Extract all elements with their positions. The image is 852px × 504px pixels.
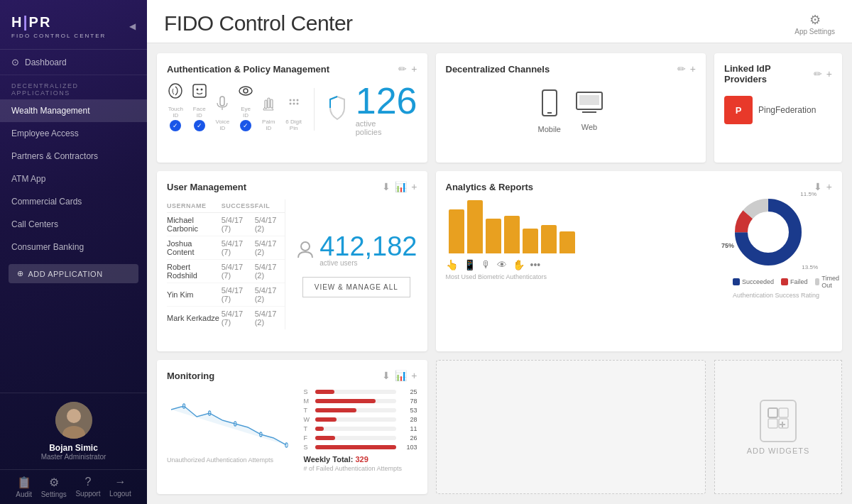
table-row: Michael Carbonic5/4/17 (7)5/4/17 (2): [167, 213, 285, 236]
svg-rect-39: [779, 419, 788, 428]
support-nav-item[interactable]: ?Support: [75, 476, 100, 498]
analytics-legend: Succeeded Failed Timed Out: [733, 275, 832, 289]
add-widgets-card-left[interactable]: [436, 360, 706, 494]
idp-provider: P PingFederation: [724, 92, 832, 128]
add-icon[interactable]: +: [411, 63, 417, 75]
user-mgmt-actions: ⬇ 📊 +: [382, 181, 417, 192]
audit-nav-item[interactable]: 📋Audit: [16, 476, 32, 498]
touch-id-icon: Touch ID ✓: [167, 82, 185, 131]
web-channel: Web: [575, 91, 604, 131]
mobile-channel: Mobile: [538, 89, 561, 133]
add-widgets-icon: [760, 400, 797, 442]
user-mgmt-header: User Management ⬇ 📊 +: [167, 181, 417, 192]
weekly-row: T 11: [304, 425, 417, 432]
sidebar-item-consumer-banking[interactable]: Consumer Banking: [0, 236, 147, 258]
svg-rect-11: [265, 100, 267, 109]
main-header: FIDO Control Center ⚙ App Settings: [147, 0, 852, 43]
monitoring-inner: Unauthorized Authentication Attempts S 2…: [167, 388, 417, 472]
idp-card: Linked IdP Providers ✏ + P PingFederatio…: [714, 53, 842, 163]
analytics-header: Analytics & Reports ⬇ +: [446, 181, 833, 192]
app-settings-button[interactable]: ⚙ App Settings: [794, 12, 835, 35]
logout-nav-item[interactable]: →Logout: [109, 476, 131, 498]
sidebar-user-section: Bojan Simic Master Administrator: [0, 393, 147, 469]
bar-chart: [446, 197, 722, 253]
channels-icons: Mobile Web: [446, 82, 697, 141]
sidebar-item-commercial-cards[interactable]: Commercial Cards: [0, 190, 147, 213]
ping-logo: P: [724, 96, 753, 124]
download-monitoring-icon[interactable]: ⬇: [382, 370, 390, 381]
svg-point-17: [289, 99, 291, 102]
table-row: Mark Kerkadze5/4/17 (7)5/4/17 (2): [167, 307, 285, 330]
user-table-section: USERNAME SUCCESS FAIL Michael Carbonic5/…: [167, 199, 285, 329]
voice-id-icon: Voice ID: [214, 94, 231, 131]
add-analytics-icon[interactable]: +: [826, 181, 832, 192]
sidebar-header: H|PR FIDO CONTROL CENTER ◀: [0, 0, 147, 50]
add-monitoring-icon[interactable]: +: [411, 370, 417, 381]
face-id-icon: Face ID ✓: [192, 82, 207, 131]
svg-rect-23: [579, 95, 599, 105]
add-widgets-card[interactable]: ADD WIDGETS: [714, 360, 842, 494]
sidebar-section-label: DECENTRALIZED APPLICATIONS: [0, 75, 147, 99]
auth-policy-header: Authentication & Policy Management ✏ +: [167, 63, 417, 75]
chart-icon[interactable]: 📊: [395, 181, 407, 192]
settings-nav-item[interactable]: ⚙Settings: [41, 476, 67, 498]
dashboard-icon: ⊙: [11, 57, 19, 67]
biometric-icons: 👆📱🎙👁✋•••: [446, 259, 722, 270]
svg-point-3: [169, 84, 182, 98]
user-count-section: 412,182 active users VIEW & MANAGE ALL: [285, 199, 417, 329]
palm-id-icon: Palm ID: [261, 94, 276, 131]
svg-rect-36: [768, 408, 777, 417]
sidebar: H|PR FIDO CONTROL CENTER ◀ ⊙ Dashboard D…: [0, 0, 147, 504]
weekly-row: W 28: [304, 416, 417, 423]
divider: [314, 88, 315, 131]
edit-channels-icon[interactable]: ✏: [677, 63, 686, 75]
monitoring-actions: ⬇ 📊 +: [382, 370, 417, 381]
plus-icon: ⊕: [17, 269, 24, 278]
analytics-card: Analytics & Reports ⬇ + 👆📱🎙👁✋••• Most Us…: [436, 171, 843, 351]
svg-point-15: [293, 103, 295, 105]
weekly-row: M 78: [304, 398, 417, 405]
main-content: FIDO Control Center ⚙ App Settings Authe…: [147, 0, 852, 504]
sidebar-item-employee-access[interactable]: Employee Access: [0, 122, 147, 145]
edit-idp-icon[interactable]: ✏: [814, 68, 822, 80]
view-all-button[interactable]: VIEW & MANAGE ALL: [302, 277, 410, 297]
add-idp-icon[interactable]: +: [826, 68, 832, 80]
pin-icon: 6 Digit Pin: [283, 94, 304, 131]
collapse-icon[interactable]: ◀: [129, 21, 136, 31]
sidebar-item-dashboard[interactable]: ⊙ Dashboard: [0, 50, 147, 75]
svg-rect-37: [779, 408, 788, 417]
eye-id-icon: Eye ID ✓: [238, 82, 253, 131]
add-channels-icon[interactable]: +: [690, 63, 696, 75]
channels-actions: ✏ +: [677, 63, 696, 75]
download-icon[interactable]: ⬇: [382, 181, 390, 192]
auth-policy-card: Authentication & Policy Management ✏ + T…: [157, 53, 427, 163]
add-application-button[interactable]: ⊕ ADD APPLICATION: [9, 264, 138, 283]
svg-rect-20: [542, 90, 557, 116]
chart-monitoring-icon[interactable]: 📊: [395, 370, 407, 381]
svg-point-1: [67, 409, 81, 423]
sidebar-item-atm-app[interactable]: ATM App: [0, 168, 147, 190]
svg-rect-7: [220, 97, 224, 106]
sidebar-item-partners-contractors[interactable]: Partners & Contractors: [0, 145, 147, 168]
user-mgmt-inner: USERNAME SUCCESS FAIL Michael Carbonic5/…: [167, 199, 417, 329]
user-mgmt-card: User Management ⬇ 📊 + USERNAME SUCCESS F…: [157, 171, 427, 351]
svg-point-5: [196, 89, 198, 91]
channels-card: Decentralized Channels ✏ + Mobile: [436, 53, 706, 163]
edit-icon[interactable]: ✏: [398, 63, 407, 75]
auth-icons: Touch ID ✓ Face ID ✓: [167, 82, 304, 131]
sidebar-item-call-centers[interactable]: Call Centers: [0, 213, 147, 236]
svg-point-10: [244, 89, 248, 93]
bar: [449, 209, 464, 253]
svg-point-9: [239, 87, 252, 95]
svg-point-14: [289, 103, 291, 105]
page-title: FIDO Control Center: [164, 11, 353, 35]
sidebar-item-wealth-management[interactable]: Wealth Management: [0, 99, 147, 122]
line-chart: [167, 388, 295, 452]
content-area: Authentication & Policy Management ✏ + T…: [147, 43, 852, 504]
monitoring-card: Monitoring ⬇ 📊 +: [157, 360, 427, 494]
bar: [504, 216, 520, 253]
svg-rect-4: [193, 84, 206, 97]
add-user-icon[interactable]: +: [411, 181, 417, 192]
svg-rect-38: [768, 419, 777, 428]
table-row: Robert Rodshild5/4/17 (7)5/4/17 (2): [167, 260, 285, 283]
